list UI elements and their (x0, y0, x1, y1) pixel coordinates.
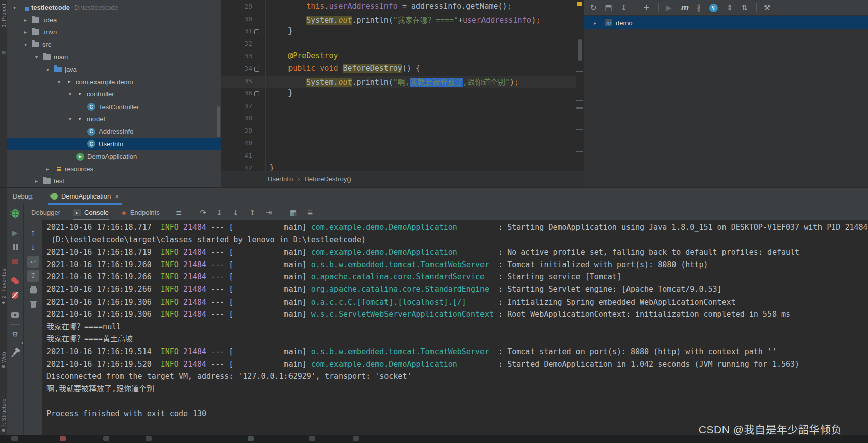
tree-item--mvn[interactable]: ▸.mvn (7, 26, 221, 38)
expand-arrow-icon[interactable]: ▾ (67, 116, 73, 122)
console-line: (D:\testleetcode\target\classes started … (46, 234, 868, 247)
pause-icon[interactable] (9, 241, 21, 253)
stripe-label-web[interactable]: Web (0, 344, 7, 363)
change-stripe-mark[interactable] (576, 107, 583, 109)
tree-item-DemoApplication[interactable]: ▶DemoApplication (7, 151, 221, 162)
tree-item-src[interactable]: ▾src (7, 39, 221, 51)
thread-dump-camera-icon[interactable] (9, 309, 21, 321)
expand-arrow-icon[interactable]: ▸ (23, 17, 28, 23)
tree-item-UserInfo[interactable]: CUserInfo (7, 138, 221, 150)
clear-all-icon[interactable] (27, 298, 39, 310)
stripe-favorites-icon[interactable]: ★ (0, 300, 7, 305)
step-into-icon[interactable]: ↧ (216, 208, 223, 217)
soft-wrap-icon[interactable]: ↩ (27, 256, 39, 268)
tab-debugger[interactable]: Debugger (31, 205, 60, 220)
execute-maven-goal-icon[interactable]: m (680, 3, 688, 12)
tree-item-TestController[interactable]: CTestController (7, 101, 221, 113)
expand-all-icon[interactable]: ⇕ (727, 3, 733, 12)
code-editor[interactable]: 2930313233343536373839404142 this.userAd… (221, 0, 584, 171)
fold-marker-icon[interactable] (254, 29, 259, 34)
tree-item-controller[interactable]: ▾controller (7, 88, 221, 100)
more-options-icon[interactable]: ≡ (176, 208, 182, 217)
maven-panel[interactable]: ↻▤↧+▶m∦↯⇕⇅⚒ ▸ m demo (584, 0, 868, 187)
mute-breakpoints-icon[interactable] (9, 289, 21, 301)
stop-icon[interactable] (9, 255, 21, 267)
expand-arrow-icon[interactable]: ▾ (23, 42, 28, 47)
evaluate-expression-icon[interactable]: ▦ (290, 208, 297, 217)
pin-tab-icon[interactable] (9, 347, 21, 359)
expand-arrow-icon[interactable]: ▸ (34, 178, 39, 184)
expand-arrow-icon[interactable]: ▸ (45, 166, 51, 172)
expand-arrow-icon[interactable]: ▾ (56, 79, 62, 85)
tree-item-com-example-demo[interactable]: ▾com.example.demo (7, 76, 221, 88)
scroll-to-end-icon[interactable]: ↧ (27, 270, 39, 282)
debug-session-tab[interactable]: DemoApplication × (46, 188, 124, 205)
expand-arrow-icon[interactable]: ▾ (67, 91, 73, 97)
tree-item-AddressInfo[interactable]: CAddressInfo (7, 126, 221, 137)
tree-item-testleetcode[interactable]: ▾testleetcodeD:\testleetcode (7, 2, 221, 13)
tree-item-test[interactable]: ▸test (7, 175, 221, 187)
tree-item-java[interactable]: ▾java (7, 64, 221, 75)
expand-arrow-icon[interactable]: ▾ (45, 67, 51, 72)
tree-item-main[interactable]: ▾main (7, 51, 221, 63)
refresh-maven-icon[interactable]: ↻ (590, 3, 597, 12)
print-icon[interactable] (27, 284, 39, 296)
collapse-all-icon[interactable]: ⇅ (741, 3, 748, 12)
maven-project-row[interactable]: ▸ m demo (584, 16, 868, 29)
maven-settings-icon[interactable]: ⚒ (764, 3, 770, 12)
step-out-icon[interactable]: ↥ (249, 208, 256, 217)
next-occurrence-icon[interactable]: ↓ (27, 241, 39, 254)
layout-settings-icon[interactable]: ≣ (307, 208, 313, 217)
console-output[interactable]: 2021-10-16 17:16:18.717 INFO 21484 --- [… (42, 220, 868, 435)
stripe-label-favorites[interactable]: 2: Favorites (0, 251, 7, 298)
tree-item-model[interactable]: ▾model (7, 113, 221, 125)
run-to-cursor-icon[interactable]: ⇥ (266, 208, 272, 217)
fold-marker-icon[interactable] (254, 67, 259, 72)
warning-stripe-mark[interactable] (577, 2, 582, 6)
expand-arrow-icon[interactable]: ▾ (12, 5, 17, 10)
generate-sources-icon[interactable]: ▤ (605, 3, 612, 12)
view-breakpoints-icon[interactable] (9, 275, 21, 287)
code-line: @PreDestroy (270, 51, 338, 60)
stripe-structure-icon[interactable]: ≣ (0, 428, 7, 433)
add-maven-project-icon[interactable]: + (643, 3, 650, 12)
log-thread: --- [ main] (206, 285, 311, 294)
run-maven-build-icon[interactable]: ▶ (666, 3, 672, 12)
stripe-label-project[interactable]: 1: Project (0, 1, 7, 27)
fold-marker-icon[interactable] (254, 91, 259, 96)
log-timestamp: 2021-10-16 17:16:19.306 (46, 310, 161, 319)
change-stripe-mark[interactable] (576, 71, 583, 72)
prev-occurrence-icon[interactable]: ↑ (27, 227, 39, 239)
expand-arrow-icon[interactable]: ▸ (23, 29, 28, 35)
code-token: ) (510, 78, 514, 87)
close-icon[interactable]: × (115, 192, 119, 201)
tree-item--idea[interactable]: ▸.idea (7, 14, 221, 26)
change-stripe-mark[interactable] (576, 100, 583, 101)
change-stripe-mark[interactable] (576, 129, 583, 130)
skip-tests-icon[interactable]: ∦ (697, 3, 701, 12)
force-step-into-icon[interactable]: ↓ (232, 208, 239, 217)
breadcrumb-item[interactable]: BeforeDestroy() (305, 175, 351, 183)
editor-gutter[interactable]: 2930313233343536373839404142 (221, 0, 266, 171)
line-number: 40 (244, 139, 252, 147)
tree-item-resources[interactable]: ▸resources (7, 163, 221, 175)
tab-console[interactable]: ▸Console (73, 205, 109, 220)
debug-bug-icon[interactable] (9, 207, 21, 219)
project-tree-panel[interactable]: ▾testleetcodeD:\testleetcode▸.idea▸.mvn▾… (7, 0, 221, 187)
change-stripe-mark[interactable] (576, 151, 583, 152)
download-sources-icon[interactable]: ↧ (621, 3, 628, 12)
settings-gear-icon[interactable]: ⚙ (9, 328, 21, 340)
stripe-label-structure[interactable]: 7: Structure (0, 378, 7, 427)
stripe-project-icon[interactable]: ▥ (0, 50, 7, 55)
stripe-web-icon[interactable]: ◉ (0, 364, 7, 369)
breadcrumb[interactable]: UserInfo›BeforeDestroy() (221, 171, 584, 187)
offline-mode-icon[interactable]: ↯ (709, 4, 718, 12)
tab-endpoints[interactable]: ◈Endpoints (122, 205, 160, 220)
expand-arrow-icon[interactable]: ▸ (592, 20, 598, 26)
breadcrumb-item[interactable]: UserInfo (268, 175, 293, 183)
tree-item-label: src (42, 41, 51, 48)
resume-icon[interactable]: ▶ (9, 227, 21, 239)
editor-scrollbar-thumb[interactable] (578, 39, 582, 61)
expand-arrow-icon[interactable]: ▾ (34, 54, 39, 60)
step-over-icon[interactable]: ↷ (200, 208, 206, 217)
